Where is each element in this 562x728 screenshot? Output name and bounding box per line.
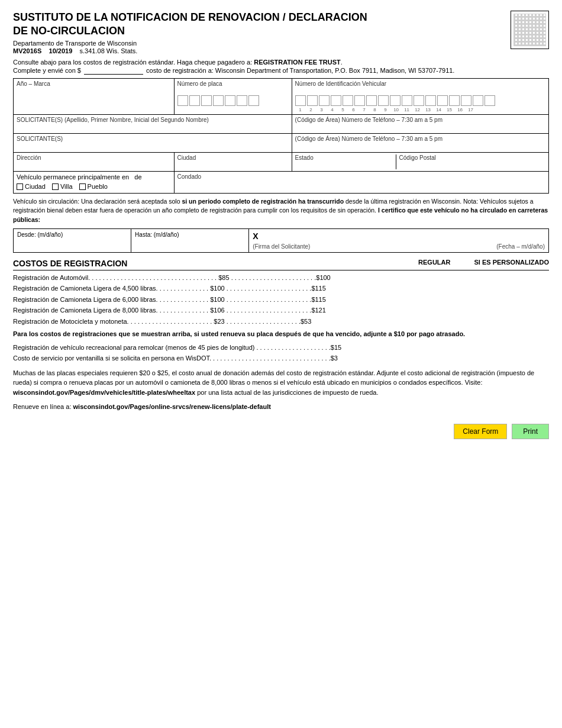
para-block-2: Renueve en línea a: wisconsindot.gov/Pag…: [13, 402, 549, 412]
village-check-label: Villa: [60, 183, 73, 190]
clear-form-button[interactable]: Clear Form: [454, 424, 507, 439]
para1-link: wisconsindot.gov/Pages/dmv/vehicles/titl…: [13, 389, 195, 396]
city-checkbox[interactable]: [17, 183, 23, 190]
village-checkbox-label[interactable]: Villa: [52, 183, 73, 190]
vin-box[interactable]: [425, 95, 436, 106]
costs-header-row: COSTOS DE REGISTRACION REGULAR SI ES PER…: [13, 259, 549, 270]
address-label: Dirección: [17, 154, 171, 161]
col-regular: REGULAR: [418, 259, 450, 268]
button-row: Clear Form Print: [13, 424, 549, 439]
plate-boxes: [177, 95, 289, 106]
applicant2-label: SOLICITANTE(S): [17, 136, 289, 142]
firma-label: (Firma del Solicitante): [253, 243, 310, 250]
fee-trust: REGISTRATION FEE TRUST: [254, 59, 340, 66]
send-suffix: costo de registración a: Wisconsin Depar…: [146, 67, 454, 74]
town-checkbox-label[interactable]: Pueblo: [79, 183, 108, 190]
vin-box[interactable]: [319, 95, 330, 106]
city-cell: Ciudad: [174, 153, 292, 172]
plate-box[interactable]: [237, 95, 247, 106]
desde-cell: Desde: (m/d/año): [14, 228, 131, 252]
vin-box[interactable]: [437, 95, 448, 106]
phone1-cell: (Código de Área) Número de Teléfono – 7:…: [292, 115, 548, 134]
vin-box[interactable]: [295, 95, 306, 106]
village-checkbox[interactable]: [52, 183, 59, 190]
vin-box[interactable]: [473, 95, 483, 106]
applicant1-cell: SOLICITANTE(S) (Apellido, Primer Nombre,…: [14, 115, 292, 134]
address-cell: Dirección: [14, 153, 175, 172]
desde-hasta-table: Desde: (m/d/año) Hasta: (m/d/año) X (Fir…: [13, 228, 549, 253]
state-zip-cell: Estado Código Postal: [292, 153, 548, 172]
cost-row-4500: Registración de Camioneta Ligera de 4,50…: [13, 284, 549, 294]
costs-col-headers: REGULAR SI ES PERSONALIZADO: [418, 259, 549, 268]
para1-suffix: por una lista actual de las jurisdiccion…: [197, 389, 378, 396]
plate-box[interactable]: [225, 95, 235, 106]
cost-row-8000: Registración de Camioneta Ligera de 8,00…: [13, 305, 549, 315]
vin-box[interactable]: [307, 95, 318, 106]
zip-label: Código Postal: [399, 154, 545, 161]
amount-field: [84, 67, 143, 75]
city-check-label: Ciudad: [25, 183, 46, 190]
county-label: Condado: [177, 173, 546, 180]
phone2-cell: (Código de Área) Número de Teléfono – 7:…: [292, 134, 548, 153]
firma-x: X: [253, 231, 545, 241]
vin-box[interactable]: [461, 95, 471, 106]
vin-box[interactable]: [331, 95, 341, 106]
dept-name: Departamento de Transporte de Wisconsin: [13, 40, 137, 47]
county-cell: Condado: [174, 172, 549, 194]
year-make-label: Año – Marca: [17, 80, 171, 87]
plate-box[interactable]: [248, 95, 259, 106]
form-table: Año – Marca Número de placa Número de Id…: [13, 78, 549, 194]
vehicle-location-label: Vehículo permanece principalmente en: [17, 173, 129, 181]
plate-box[interactable]: [201, 95, 212, 106]
vin-box[interactable]: [390, 95, 400, 106]
title-block: SUSTITUTO DE LA NOTIFICACION DE RENOVACI…: [13, 11, 505, 55]
costs-title: COSTOS DE REGISTRACION: [13, 259, 127, 268]
para2-link: wisconsindot.gov/Pages/online-srvcs/rene…: [73, 403, 271, 410]
applicant1-label: SOLICITANTE(S) (Apellido, Primer Nombre,…: [17, 117, 289, 123]
vin-box[interactable]: [414, 95, 424, 106]
vin-box[interactable]: [343, 95, 353, 106]
de-label: de: [134, 173, 141, 181]
town-check-label: Pueblo: [88, 183, 108, 190]
plate-box[interactable]: [189, 95, 200, 106]
form-number: MV2016S: [13, 47, 41, 54]
plate-box[interactable]: [177, 95, 188, 106]
para-block-1: Muchas de las placas especiales requiere…: [13, 368, 549, 398]
form-date: 10/2019: [49, 47, 73, 54]
vin-box[interactable]: [402, 95, 412, 106]
bold-note: Para los costos de registraciones que se…: [13, 330, 549, 339]
hasta-cell: Hasta: (m/d/año): [131, 228, 249, 252]
fee-text: Consulte abajo para los costos de regist…: [13, 59, 252, 66]
vin-box[interactable]: [378, 95, 389, 106]
vin-cell: Número de Identificación Vehicular: [292, 79, 548, 115]
plate-number-label: Número de placa: [177, 80, 289, 87]
vehicle-location-cell: Vehículo permanece principalmente en de …: [14, 172, 175, 194]
dept-row: Departamento de Transporte de Wisconsin: [13, 40, 505, 47]
para1-text: Muchas de las placas especiales requiere…: [13, 369, 534, 386]
cost-row-moto: Registración de Motocicleta y motoneta. …: [13, 317, 549, 327]
print-button[interactable]: Print: [512, 424, 549, 439]
plate-box[interactable]: [213, 95, 224, 106]
vin-box[interactable]: [354, 95, 365, 106]
hasta-label: Hasta: (m/d/año): [135, 231, 245, 238]
phone2-label: (Código de Área) Número de Teléfono – 7:…: [295, 136, 545, 142]
nonop-text-part1: Vehículo sin circulación: Una declaració…: [13, 198, 180, 205]
vin-box[interactable]: [449, 95, 460, 106]
town-checkbox[interactable]: [79, 183, 86, 190]
vin-box[interactable]: [485, 95, 495, 106]
main-title: SUSTITUTO DE LA NOTIFICACION DE RENOVACI…: [13, 11, 505, 37]
send-line: Complete y envié con $ costo de registra…: [13, 67, 549, 75]
city-label: Ciudad: [177, 154, 289, 161]
costs-section: COSTOS DE REGISTRACION REGULAR SI ES PER…: [13, 259, 549, 363]
col-personalized: SI ES PERSONALIZADO: [474, 259, 549, 268]
vin-numbers: 1 2 3 4 5 6 7 8 9 10 11 12 13 14 15 16 1…: [295, 107, 545, 112]
fecha-label: (Fecha – m/d/año): [496, 243, 545, 250]
phone1-label: (Código de Área) Número de Teléfono – 7:…: [295, 117, 545, 123]
year-make-cell: Año – Marca: [14, 79, 175, 115]
vin-box[interactable]: [366, 95, 377, 106]
statute: s.341.08 Wis. Stats.: [80, 47, 138, 54]
title-line1: SUSTITUTO DE LA NOTIFICACION DE RENOVACI…: [13, 11, 367, 23]
send-prefix: Complete y envié con $: [13, 67, 81, 74]
city-checkbox-label[interactable]: Ciudad: [17, 183, 46, 190]
cost-row-6000: Registración de Camioneta Ligera de 6,00…: [13, 295, 549, 305]
